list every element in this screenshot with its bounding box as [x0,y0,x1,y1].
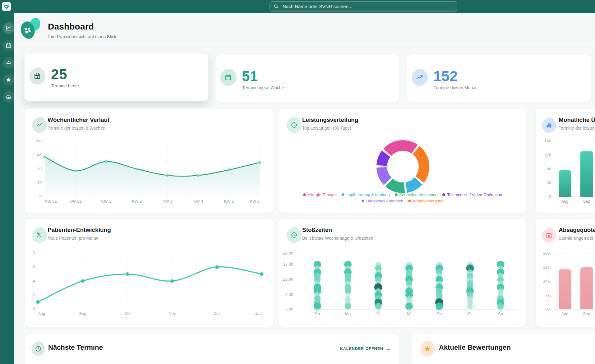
svg-text:Sa: Sa [498,311,503,316]
svg-text:Aug: Aug [561,199,568,204]
legend-dot [342,193,344,196]
sidebar-item-patients[interactable] [3,57,14,68]
svg-text:KW 4: KW 4 [193,199,203,204]
search-icon [274,4,279,9]
stat-icon-blob [410,67,429,87]
patient-growth-card: Patienten-Entwicklung Neue Patienten pro… [24,218,273,327]
arrow-right-icon: → [386,346,391,352]
svg-text:Okt: Okt [124,311,131,316]
svg-text:8: 8 [33,251,35,255]
stat-card-month: 152 Termine diesen Monat [407,55,591,102]
legend-dot [303,193,306,196]
legend-item: Impfberatung & Impfung [342,192,390,197]
svg-text:160: 160 [544,139,551,143]
calendar-day-icon [34,72,41,80]
svg-text:0%: 0% [545,307,551,311]
svg-text:Aug: Aug [38,311,45,316]
sidebar-item-inbox[interactable] [3,91,14,103]
svg-text:KW 5: KW 5 [224,199,234,204]
svg-text:0: 0 [33,306,35,311]
legend-item: Telemedizin / Video-Ordination [442,192,502,197]
svg-text:Sep: Sep [79,311,86,316]
stat-value: 152 [433,68,458,85]
svg-text:7%: 7% [545,293,551,297]
svg-text:KW 2: KW 2 [132,199,142,204]
svg-text:Aug: Aug [561,311,568,316]
svg-text:120: 120 [544,153,551,157]
legend-item: Ultraschall Abdomen [362,199,403,203]
svg-text:Dez: Dez [213,311,220,316]
dashboard-icon [21,18,40,39]
stat-card-today: 25 Termine heute [24,53,209,101]
sidebar-item-reviews[interactable] [3,74,14,85]
svg-text:13:00: 13:00 [283,277,293,282]
next-appointments-card: Nächste Termine KALENDER ÖFFNEN → [24,334,400,364]
stat-label: Termine diese Woche [242,85,284,90]
svg-text:45: 45 [37,153,42,157]
svg-text:4: 4 [33,279,35,283]
svg-text:KW 52: KW 52 [69,199,81,204]
star-icon [6,77,12,83]
line-chart-icon [6,25,12,31]
cancellation-rate-card: Absagequote Stornierungen der letzten 6 … [535,218,595,327]
users-icon [6,60,12,66]
svg-text:2: 2 [33,293,35,297]
svg-text:40: 40 [547,180,551,185]
peak-times-bubble-chart: 20:0017:0013:009:005:00SoMoDiMiDoFrSa [279,219,526,327]
legend-item: Wundversorgung [408,199,444,203]
weekly-trend-card: Wöchentlicher Verlauf Termine der letzte… [24,108,273,213]
card-title: Aktuelle Bewertungen [439,343,511,352]
svg-text:5:00: 5:00 [285,307,293,311]
donut-legend: Allergie-TestungImpfberatung & ImpfungKo… [279,192,526,203]
monthly-overview-card: Monatliche Übersicht Termine der letzten… [535,108,595,213]
reviews-card: Aktuelle Bewertungen [412,334,595,364]
svg-text:9:00: 9:00 [285,292,293,297]
clock-icon [35,345,42,352]
heart-pulse-icon [3,3,10,10]
sidebar-item-calendar[interactable] [3,40,14,51]
svg-text:Sep: Sep [583,311,590,316]
svg-text:Mo: Mo [345,311,351,316]
legend-dot [442,193,445,196]
open-calendar-link[interactable]: KALENDER ÖFFNEN → [340,346,391,352]
stat-icon-blob [219,67,238,87]
svg-text:30: 30 [37,167,42,171]
svg-text:KW 51: KW 51 [45,199,57,204]
stat-label: Termine diesen Monat [434,85,477,90]
legend-dot [408,200,411,202]
legend-item: Allergie-Testung [303,192,337,197]
svg-text:Do: Do [437,311,442,316]
stat-value: 25 [51,66,67,83]
sidebar-item-analytics[interactable] [3,22,14,34]
legend-dot [395,193,398,196]
page-subtitle: Ihre Praxisübersicht auf einen Blick [48,34,116,39]
svg-text:15: 15 [37,180,42,185]
app-logo[interactable] [2,2,11,11]
trending-up-icon [416,73,424,81]
svg-text:So: So [315,311,320,316]
svg-text:80: 80 [547,167,551,171]
svg-text:KW 3: KW 3 [163,199,173,204]
search-input[interactable] [282,3,453,9]
svg-text:17:00: 17:00 [283,262,293,267]
svg-text:0: 0 [39,194,42,199]
svg-text:Nov: Nov [168,311,176,316]
legend-item: Kontrolluntersuchung [395,192,438,197]
inbox-icon [6,94,12,100]
svg-text:6: 6 [33,265,35,269]
svg-text:KW 6: KW 6 [250,199,260,204]
legend-dot [362,200,364,202]
card-divider [422,363,595,363]
card-title: Nächste Termine [48,343,103,352]
star-icon [424,345,431,352]
svg-text:KW 1: KW 1 [101,199,111,204]
monthly-bar-chart: 04080120160AugSep [536,108,595,213]
calendar-week-icon [224,74,232,81]
stat-icon-blob [28,66,47,86]
card-icon-blob [30,340,47,357]
calendar-icon [6,43,12,48]
svg-text:Fr: Fr [468,311,472,316]
svg-text:20:00: 20:00 [283,251,293,256]
services-card: Leistungsverteilung Top Leistungen (90 T… [279,108,526,213]
svg-text:21%: 21% [543,265,551,270]
